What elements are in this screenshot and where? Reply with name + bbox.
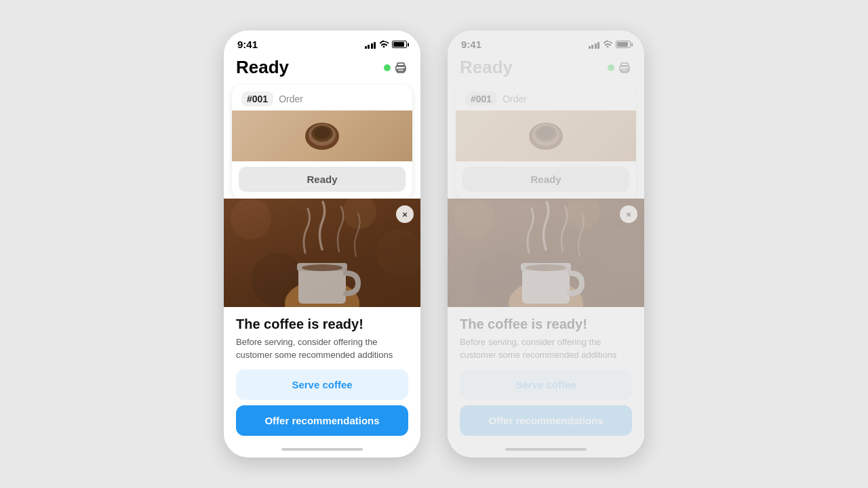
status-dot <box>384 64 391 71</box>
order-card: #001 Order Ready <box>232 85 412 199</box>
home-indicator-2 <box>505 448 587 451</box>
header-actions-2 <box>608 60 632 75</box>
wifi-icon-2 <box>603 40 612 49</box>
ready-status-button-2: Ready <box>462 167 629 192</box>
notification-body-2: Before serving, consider offering the cu… <box>460 336 632 361</box>
header-actions <box>384 60 408 75</box>
svg-point-20 <box>627 68 629 69</box>
battery-icon-2 <box>616 41 631 48</box>
svg-point-24 <box>538 127 554 139</box>
page-title-2: Ready <box>460 57 513 78</box>
ready-status-button[interactable]: Ready <box>239 167 406 192</box>
signal-icon-2 <box>589 41 600 49</box>
order-header: #001 Order <box>232 85 412 110</box>
notification-body: Before serving, consider offering the cu… <box>236 336 408 361</box>
status-time: 9:41 <box>237 39 258 50</box>
serve-coffee-button[interactable]: Serve coffee <box>236 369 408 400</box>
printer-icon-2 <box>617 60 632 75</box>
coffee-hero-image: × <box>224 199 420 307</box>
svg-rect-14 <box>298 266 346 304</box>
order-header-2: #001 Order <box>456 85 636 110</box>
svg-point-26 <box>454 199 495 239</box>
phone-dimmed: 9:41 Ready <box>448 30 644 457</box>
order-image <box>232 110 412 161</box>
header: Ready <box>224 54 420 85</box>
svg-rect-1 <box>397 63 404 66</box>
status-bar-2: 9:41 <box>448 30 644 54</box>
svg-point-33 <box>526 264 566 271</box>
offer-recommendations-button[interactable]: Offer recommendations <box>236 405 408 436</box>
notification-title-2: The coffee is ready! <box>460 317 632 332</box>
order-card-2: #001 Order Ready <box>456 85 636 199</box>
svg-point-3 <box>403 68 405 69</box>
status-icons <box>365 40 408 49</box>
page-title: Ready <box>236 57 289 78</box>
phone-active: 9:41 Ready <box>224 30 420 457</box>
svg-rect-31 <box>522 266 570 304</box>
printer-icon[interactable] <box>393 60 408 75</box>
notification-section-2: The coffee is ready! Before serving, con… <box>448 307 644 442</box>
wifi-icon <box>379 40 389 49</box>
order-label-2: Order <box>502 94 527 104</box>
serve-coffee-button-2: Serve coffee <box>460 369 632 400</box>
svg-point-16 <box>302 264 342 271</box>
svg-point-7 <box>314 127 330 139</box>
offer-recommendations-button-2: Offer recommendations <box>460 405 632 436</box>
header-2: Ready <box>448 54 644 85</box>
home-indicator <box>281 448 363 451</box>
phones-container: 9:41 Ready <box>224 30 644 457</box>
notification-title: The coffee is ready! <box>236 317 408 332</box>
notification-section: The coffee is ready! Before serving, con… <box>224 307 420 442</box>
order-image-2 <box>456 110 636 161</box>
status-time-2: 9:41 <box>461 39 481 50</box>
battery-icon <box>392 41 407 48</box>
order-number-2: #001 <box>465 92 497 106</box>
status-dot-2 <box>608 64 614 71</box>
status-bar: 9:41 <box>224 30 420 54</box>
order-label: Order <box>279 94 303 104</box>
signal-icon <box>365 41 376 49</box>
svg-rect-18 <box>621 63 628 66</box>
status-icons-2 <box>589 40 631 49</box>
order-number: #001 <box>241 92 273 106</box>
svg-point-9 <box>231 199 271 239</box>
coffee-hero-image-2: × <box>448 199 644 307</box>
